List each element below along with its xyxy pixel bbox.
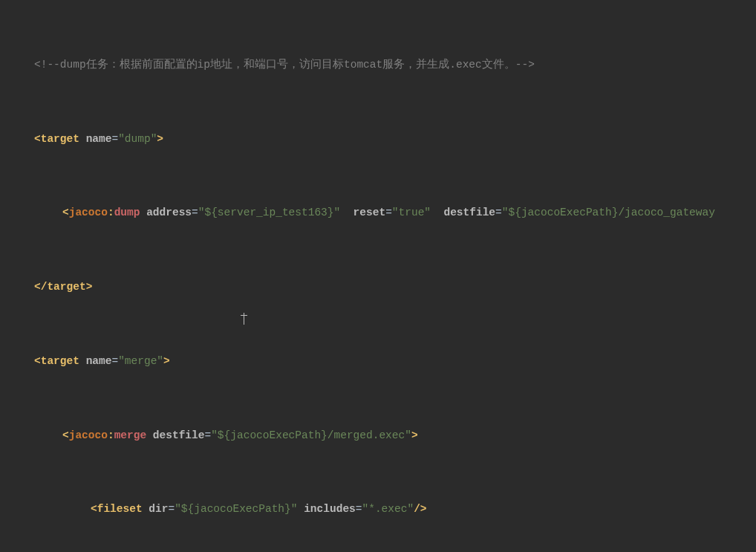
code-line: <jacoco:dump address="${server_ip_test16… [10,204,756,222]
code-line: </target> [10,278,756,296]
code-line: <target name="merge"> [10,352,756,371]
code-area[interactable]: <!--dump任务：根据前面配置的ip地址，和端口号，访问目标tomcat服务… [7,0,756,552]
code-line: <!--dump任务：根据前面配置的ip地址，和端口号，访问目标tomcat服务… [10,56,756,74]
code-line: <target name="dump"> [10,130,756,149]
text-cursor-icon [244,313,244,326]
gutter [0,0,7,552]
code-line: <fileset dir="${jacocoExecPath}" include… [10,500,756,519]
code-editor[interactable]: <!--dump任务：根据前面配置的ip地址，和端口号，访问目标tomcat服务… [0,0,756,552]
code-line: <jacoco:merge destfile="${jacocoExecPath… [10,426,756,445]
